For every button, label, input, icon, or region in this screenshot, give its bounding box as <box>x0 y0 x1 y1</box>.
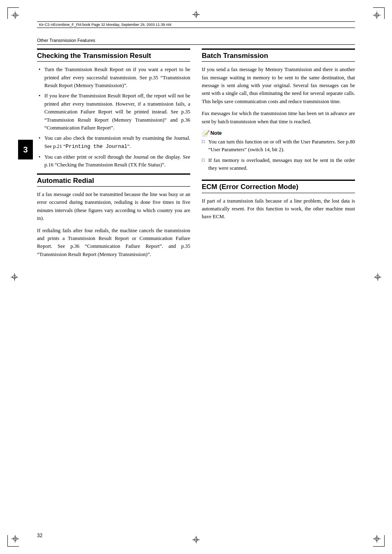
section-automatic-redial: Automatic Redial If a fax message could … <box>37 173 190 259</box>
list-item: You can also check the transmission resu… <box>37 134 190 151</box>
heading-text-redial: Automatic Redial <box>37 177 94 185</box>
crosshair-right-center <box>374 273 381 281</box>
crosshair-bl <box>12 535 19 542</box>
note-text-1: You can turn this function on or off wit… <box>208 139 355 152</box>
note-list: You can turn this function on or off wit… <box>202 138 355 173</box>
crosshair-br <box>373 535 380 542</box>
right-column: Batch Transmission If you send a fax mes… <box>202 48 355 263</box>
crosshair-tr <box>373 12 380 19</box>
note-text-2: If fax memory is overloaded, messages ma… <box>208 157 355 171</box>
ecm-para-1: If part of a transmission fails because … <box>202 197 355 221</box>
header-info: Kir-C2-AEcombine_F_FM.book Page 32 Monda… <box>37 21 355 28</box>
note-heading-text: Note <box>210 130 222 136</box>
chapter-tab: 3 <box>18 140 33 159</box>
crosshair-bottom-center <box>192 536 200 543</box>
bullet-text-1: Turn the Transmission Result Report on i… <box>44 67 190 88</box>
bullet-list-checking: Turn the Transmission Result Report on i… <box>37 66 190 169</box>
redial-para-2: If redialing fails after four redials, t… <box>37 227 190 259</box>
breadcrumb: Other Transmission Features <box>37 38 95 43</box>
section-heading-batch: Batch Transmission <box>202 48 355 62</box>
bullet-text-4: You can either print or scroll through t… <box>44 154 190 168</box>
list-item: Turn the Transmission Result Report on i… <box>37 66 190 90</box>
chapter-number: 3 <box>23 145 28 155</box>
heading-text-checking: Checking the Transmission Result <box>37 52 151 60</box>
heading-text-ecm: ECM (Error Correction Mode) <box>202 183 298 191</box>
section-heading-checking: Checking the Transmission Result <box>37 48 190 62</box>
two-column-layout: Checking the Transmission Result Turn th… <box>37 48 355 263</box>
breadcrumb-label: Other Transmission Features <box>37 38 95 43</box>
batch-para-1: If you send a fax message by Memory Tran… <box>202 66 355 106</box>
breadcrumb-line <box>37 44 355 45</box>
left-column: Checking the Transmission Result Turn th… <box>37 48 190 263</box>
list-item: If you leave the Transmission Result Rep… <box>37 92 190 132</box>
section-batch-transmission: Batch Transmission If you send a fax mes… <box>202 48 355 172</box>
crosshair-top-center <box>192 11 200 18</box>
bullet-text-3: You can also check the transmission resu… <box>44 135 190 149</box>
page-number-text: 32 <box>37 533 42 538</box>
section-checking-transmission: Checking the Transmission Result Turn th… <box>37 48 190 169</box>
redial-para-1: If a fax message could not be transmitte… <box>37 191 190 223</box>
page: Kir-C2-AEcombine_F_FM.book Page 32 Monda… <box>0 0 392 554</box>
section-heading-redial: Automatic Redial <box>37 173 190 187</box>
bullet-text-2: If you leave the Transmission Result Rep… <box>44 93 190 131</box>
crosshair-tl <box>12 12 19 19</box>
crosshair-left-center <box>11 273 18 281</box>
section-heading-ecm: ECM (Error Correction Mode) <box>202 180 355 193</box>
heading-text-batch: Batch Transmission <box>202 52 268 60</box>
file-info-text: Kir-C2-AEcombine_F_FM.book Page 32 Monda… <box>39 23 171 27</box>
note-item-1: You can turn this function on or off wit… <box>202 138 355 154</box>
note-item-2: If fax memory is overloaded, messages ma… <box>202 157 355 173</box>
section-ecm: ECM (Error Correction Mode) If part of a… <box>202 180 355 221</box>
batch-para-2: Fax messages for which the transmission … <box>202 110 355 126</box>
note-icon: 📝 <box>202 130 209 136</box>
main-content: Checking the Transmission Result Turn th… <box>37 48 355 521</box>
note-section-batch: 📝 Note You can turn this function on or … <box>202 130 355 173</box>
note-heading: 📝 Note <box>202 130 355 136</box>
list-item: You can either print or scroll through t… <box>37 153 190 169</box>
page-number: 32 <box>37 533 42 538</box>
